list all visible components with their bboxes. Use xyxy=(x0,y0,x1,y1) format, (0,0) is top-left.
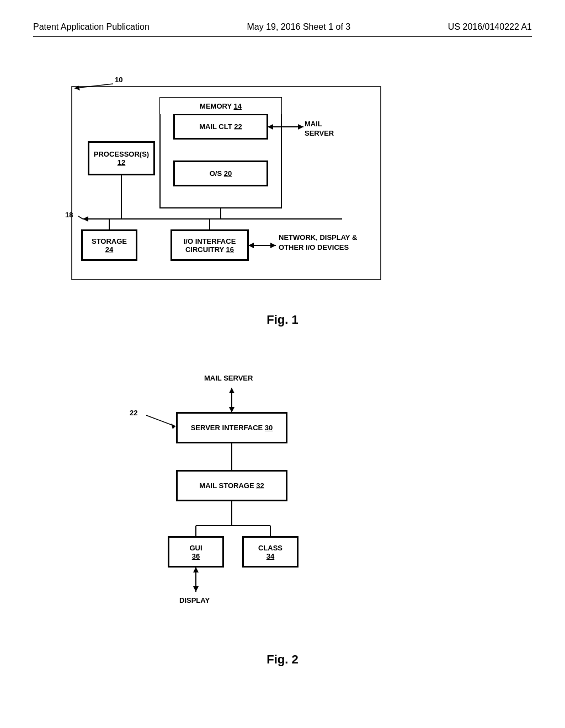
processor-box: PROCESSOR(S) 12 xyxy=(88,142,154,175)
svg-marker-24 xyxy=(229,388,234,393)
svg-marker-35 xyxy=(193,586,199,592)
svg-line-19 xyxy=(74,84,113,88)
header-left: Patent Application Publication xyxy=(33,22,150,32)
page: Patent Application Publication May 19, 2… xyxy=(0,0,565,728)
fig1-svg xyxy=(33,70,532,302)
header: Patent Application Publication May 19, 2… xyxy=(33,22,532,37)
fig2-mail-server-label: MAIL SERVER xyxy=(204,374,253,382)
svg-marker-12 xyxy=(83,216,88,222)
mail-clt-box: MAIL CLT 22 xyxy=(174,114,268,139)
svg-marker-36 xyxy=(193,567,199,572)
mail-storage-box: MAIL STORAGE 32 xyxy=(177,470,287,501)
header-right: US 2016/0140222 A1 xyxy=(448,22,532,32)
mail-server-label: MAILSERVER xyxy=(305,120,334,138)
fig1-diagram: 10 18 MEMORY 14 MAIL CLT 22 O/S 20 PROCE… xyxy=(33,70,532,302)
svg-marker-17 xyxy=(298,124,303,130)
io-interface-box: I/O INTERFACECIRCUITRY 16 xyxy=(171,230,248,260)
header-center: May 19, 2016 Sheet 1 of 3 xyxy=(247,22,350,32)
fig2-label: Fig. 2 xyxy=(33,652,532,667)
class-box: CLASS34 xyxy=(243,537,298,567)
ref10-label: 10 xyxy=(115,76,122,84)
ref22-label: 22 xyxy=(130,409,137,417)
svg-marker-14 xyxy=(270,243,276,248)
memory-label: MEMORY 14 xyxy=(160,98,281,114)
svg-line-37 xyxy=(146,415,175,426)
ref18-label: 18 xyxy=(65,211,73,219)
os-box: O/S 20 xyxy=(174,161,268,186)
fig2-diagram: 22 MAIL SERVER SERVER INTERFACE 30 MAIL … xyxy=(33,355,532,641)
server-interface-box: SERVER INTERFACE 30 xyxy=(177,413,287,443)
fig1-label: Fig. 1 xyxy=(33,313,532,327)
svg-marker-23 xyxy=(229,407,234,413)
display-label: DISPLAY xyxy=(179,596,210,604)
storage-box: STORAGE24 xyxy=(82,230,137,260)
svg-marker-15 xyxy=(248,243,254,248)
svg-marker-18 xyxy=(268,124,273,130)
network-label: NETWORK, DISPLAY &OTHER I/O DEVICES xyxy=(279,233,357,253)
memory-num: 14 xyxy=(233,102,241,110)
gui-box: GUI36 xyxy=(168,537,223,567)
svg-marker-38 xyxy=(171,424,175,429)
svg-line-21 xyxy=(78,216,83,219)
